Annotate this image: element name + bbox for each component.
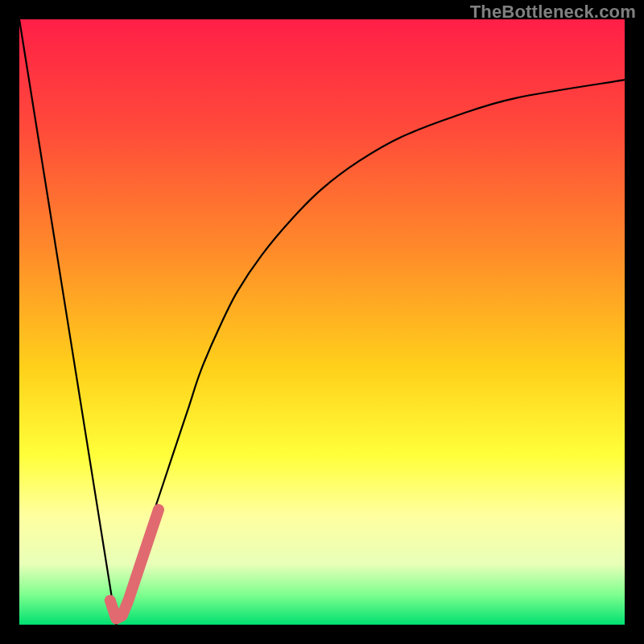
chart-line-left: [19, 19, 116, 625]
chart-svg: [19, 19, 625, 625]
chart-line-right: [116, 80, 625, 625]
plot-area: [19, 19, 625, 625]
chart-frame: TheBottleneck.com: [0, 0, 644, 644]
chart-highlight: [110, 510, 159, 618]
